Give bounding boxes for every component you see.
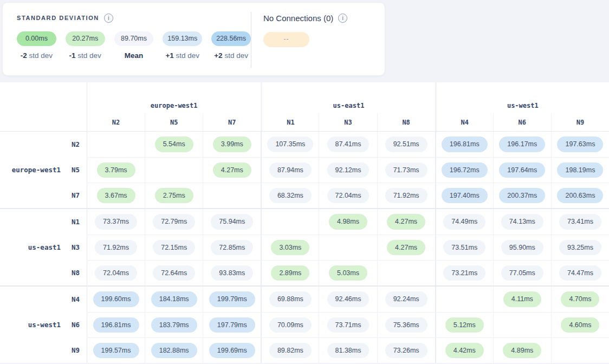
latency-pill[interactable]: 5.03ms xyxy=(329,265,367,281)
std-dev-title: STANDARD DEVIATION xyxy=(17,15,99,21)
latency-pill[interactable]: 4.11ms xyxy=(503,291,541,307)
latency-pill[interactable]: 81.38ms xyxy=(327,343,370,359)
latency-pill[interactable]: 73.71ms xyxy=(327,317,370,333)
latency-pill[interactable]: 199.57ms xyxy=(93,343,139,359)
latency-pill[interactable]: 93.25ms xyxy=(559,240,601,256)
latency-pill[interactable]: 72.15ms xyxy=(153,240,195,256)
latency-pill[interactable]: 5.12ms xyxy=(445,317,484,333)
matrix-cell: 73.41ms xyxy=(551,209,609,235)
row-node-label: N9 xyxy=(72,346,87,354)
latency-pill[interactable]: 196.81ms xyxy=(93,317,139,333)
row-node-label: N5 xyxy=(72,166,87,174)
latency-pill[interactable]: 198.19ms xyxy=(557,162,603,178)
row-node-label: N6 xyxy=(72,321,87,329)
latency-pill[interactable]: 87.41ms xyxy=(327,136,370,152)
latency-pill[interactable]: 182.88ms xyxy=(151,343,197,359)
latency-pill[interactable]: 4.60ms xyxy=(561,317,599,333)
latency-pill[interactable]: 70.09ms xyxy=(269,317,312,333)
latency-pill[interactable]: 93.83ms xyxy=(211,265,253,281)
latency-pill[interactable]: 92.46ms xyxy=(327,291,370,307)
matrix-cell: 73.51ms xyxy=(435,235,493,260)
latency-pill[interactable]: 196.72ms xyxy=(442,162,488,178)
latency-pill[interactable]: 3.67ms xyxy=(97,188,135,204)
info-icon[interactable]: i xyxy=(104,14,113,23)
latency-pill[interactable]: 69.88ms xyxy=(269,291,312,307)
latency-pill[interactable]: 199.60ms xyxy=(93,291,139,307)
matrix-cell: 74.13ms xyxy=(493,209,551,235)
column-header-node: N5 xyxy=(145,113,203,131)
matrix-cell: 72.85ms xyxy=(203,235,261,260)
matrix-body: europe-west1N2N5N75.54ms3.99ms107.35ms87… xyxy=(0,132,609,363)
latency-pill[interactable]: 68.32ms xyxy=(269,188,312,204)
latency-pill[interactable]: 72.64ms xyxy=(153,265,195,281)
latency-pill[interactable]: 3.03ms xyxy=(271,240,309,256)
latency-pill[interactable]: 92.24ms xyxy=(385,291,427,307)
latency-pill[interactable]: 197.63ms xyxy=(557,136,603,152)
latency-pill[interactable]: 4.70ms xyxy=(561,291,599,307)
matrix-cell: 4.42ms xyxy=(435,337,493,363)
matrix-cell: 184.18ms xyxy=(145,287,203,312)
latency-pill[interactable]: 3.79ms xyxy=(97,162,135,178)
latency-pill[interactable]: 89.82ms xyxy=(269,343,312,359)
matrix-cell: 4.27ms xyxy=(377,209,435,235)
latency-pill[interactable]: 73.21ms xyxy=(443,265,485,281)
latency-pill[interactable]: 74.13ms xyxy=(501,214,543,230)
latency-pill[interactable]: 4.89ms xyxy=(503,343,541,359)
latency-pill[interactable]: 72.04ms xyxy=(327,188,370,204)
latency-pill[interactable]: 75.36ms xyxy=(385,317,427,333)
matrix-cell: 197.63ms xyxy=(551,132,609,157)
latency-pill[interactable]: 196.17ms xyxy=(499,136,545,152)
matrix-cell: 197.40ms xyxy=(435,183,493,208)
latency-pill[interactable]: 4.98ms xyxy=(329,214,367,230)
latency-pill[interactable]: 4.27ms xyxy=(387,240,425,256)
latency-pill[interactable]: 200.63ms xyxy=(557,188,603,204)
latency-pill[interactable]: 92.12ms xyxy=(327,162,370,178)
latency-pill[interactable]: 72.79ms xyxy=(153,214,195,230)
latency-pill[interactable]: 87.94ms xyxy=(269,162,312,178)
std-dev-swatch: 228.56ms xyxy=(211,31,251,46)
latency-pill[interactable]: 74.49ms xyxy=(443,214,485,230)
latency-pill[interactable]: 3.99ms xyxy=(213,136,251,152)
std-dev-scale-item: 228.56ms+2 std dev xyxy=(211,31,251,60)
matrix-cell: 199.57ms xyxy=(87,337,145,363)
latency-pill[interactable]: 4.42ms xyxy=(445,343,484,359)
latency-pill[interactable]: 75.94ms xyxy=(211,214,253,230)
latency-pill[interactable]: 107.35ms xyxy=(267,136,313,152)
latency-pill[interactable]: 5.54ms xyxy=(155,136,193,152)
info-icon[interactable]: i xyxy=(338,14,347,23)
latency-pill[interactable]: 71.92ms xyxy=(385,188,427,204)
latency-pill[interactable]: 73.26ms xyxy=(385,343,427,359)
latency-pill[interactable]: 199.79ms xyxy=(209,291,255,307)
latency-pill[interactable]: 184.18ms xyxy=(151,291,197,307)
latency-pill[interactable]: 95.90ms xyxy=(501,240,543,256)
latency-pill[interactable]: 4.27ms xyxy=(213,162,251,178)
matrix-cell: 89.82ms xyxy=(261,337,319,363)
std-dev-scale-label: -2 std dev xyxy=(17,51,56,60)
latency-pill[interactable]: 200.37ms xyxy=(499,188,545,204)
latency-pill[interactable]: 73.51ms xyxy=(443,240,485,256)
latency-pill[interactable]: 197.40ms xyxy=(442,188,488,204)
latency-pill[interactable]: 72.04ms xyxy=(95,265,137,281)
latency-pill[interactable]: 73.37ms xyxy=(95,214,137,230)
matrix-cell: 74.49ms xyxy=(435,209,493,235)
matrix-cell: 4.98ms xyxy=(319,209,377,235)
latency-pill[interactable]: 4.27ms xyxy=(387,214,425,230)
matrix-cell: 196.81ms xyxy=(435,132,493,157)
latency-pill[interactable]: 77.05ms xyxy=(501,265,543,281)
latency-pill[interactable]: 2.75ms xyxy=(155,188,193,204)
matrix-cell: 3.67ms xyxy=(87,183,145,208)
column-header-node: N6 xyxy=(493,113,551,131)
latency-pill[interactable]: 73.41ms xyxy=(559,214,601,230)
latency-pill[interactable]: 72.85ms xyxy=(211,240,253,256)
latency-pill[interactable]: 2.89ms xyxy=(271,265,309,281)
latency-pill[interactable]: 74.47ms xyxy=(559,265,601,281)
latency-pill[interactable]: 199.69ms xyxy=(209,343,255,359)
latency-pill[interactable]: 71.73ms xyxy=(385,162,427,178)
matrix-cell: 197.79ms xyxy=(203,312,261,337)
latency-pill[interactable]: 197.64ms xyxy=(499,162,545,178)
latency-pill[interactable]: 197.79ms xyxy=(209,317,255,333)
latency-pill[interactable]: 196.81ms xyxy=(442,136,488,152)
latency-pill[interactable]: 71.92ms xyxy=(95,240,137,256)
latency-pill[interactable]: 92.51ms xyxy=(385,136,427,152)
latency-pill[interactable]: 183.79ms xyxy=(151,317,197,333)
